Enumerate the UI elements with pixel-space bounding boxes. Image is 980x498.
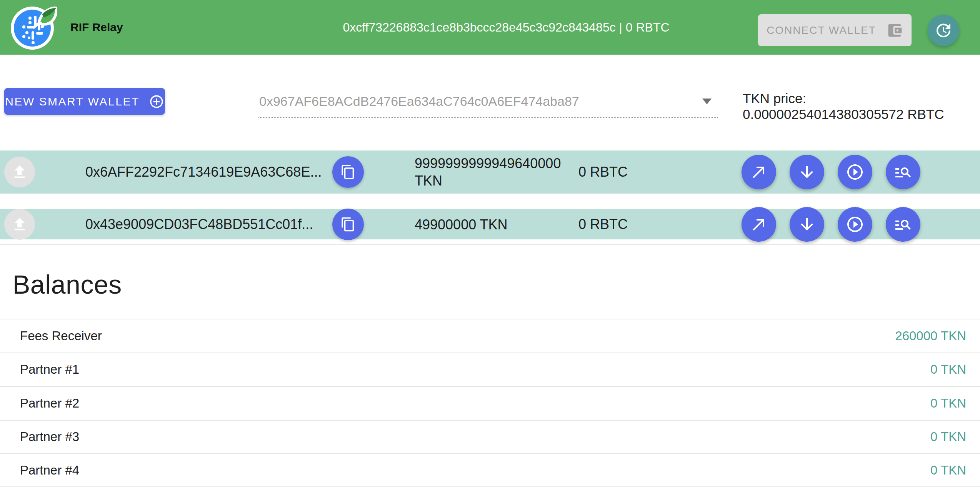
refresh-button[interactable] [928, 15, 959, 46]
rif-relay-app: RIF Relay 0xcff73226883c1ce8b3bccc28e45c… [0, 0, 980, 498]
smart-wallet-address: 0x6AFF2292Fc7134619E9A63C68E... [85, 164, 322, 180]
copy-address-button[interactable] [332, 156, 364, 188]
tkn-price-value: 0.00000254014380305572 RBTC [743, 106, 944, 122]
smart-wallet-select-value: 0x967AF6E8ACdB2476Ea634aC764c0A6EF474aba… [259, 88, 579, 115]
refresh-clock-icon [934, 21, 953, 40]
explore-button[interactable] [886, 155, 920, 189]
call-made-icon [750, 215, 768, 234]
manage-search-icon [894, 163, 912, 181]
tkn-price: TKN price: 0.00000254014380305572 RBTC [743, 90, 944, 122]
arrow-down-icon [798, 215, 816, 234]
balance-value: 0 TKN [930, 362, 966, 377]
table-row: Partner #3 0 TKN [0, 420, 980, 454]
new-smart-wallet-label: NEW SMART WALLET [5, 95, 140, 108]
balance-label: Partner #2 [20, 396, 79, 411]
execute-button[interactable] [838, 207, 872, 242]
section-divider [0, 244, 980, 245]
smart-wallet-address: 0x43e9009CD03FC48BD551Cc01f... [85, 216, 313, 232]
rif-logo [10, 4, 57, 51]
receive-button[interactable] [790, 155, 824, 189]
new-smart-wallet-button[interactable]: NEW SMART WALLET [4, 88, 165, 115]
upload-icon [11, 163, 28, 181]
balance-value: 260000 TKN [895, 329, 966, 343]
balance-value: 0 TKN [930, 396, 966, 411]
connect-wallet-label: CONNECT WALLET [767, 24, 876, 37]
transfer-button[interactable] [742, 155, 776, 189]
balance-label: Partner #3 [20, 429, 79, 444]
transfer-button[interactable] [742, 207, 776, 242]
balance-value: 0 TKN [930, 463, 966, 478]
upload-icon [11, 216, 28, 233]
call-made-icon [750, 163, 768, 181]
table-row: Partner #1 0 TKN [0, 353, 980, 386]
balance-label: Fees Receiver [20, 329, 102, 343]
table-row: Partner #4 0 TKN [0, 453, 980, 487]
tkn-price-label: TKN price: [743, 90, 944, 106]
connect-wallet-button[interactable]: CONNECT WALLET [758, 14, 912, 46]
smart-wallet-token-balance: 49900000 TKN [415, 216, 565, 233]
execute-button[interactable] [838, 155, 872, 189]
play-circle-icon [846, 215, 864, 234]
copy-icon [340, 164, 356, 180]
smart-wallet-row: 0x6AFF2292Fc7134619E9A63C68E... 99999999… [0, 150, 980, 194]
arrow-down-icon [798, 163, 816, 181]
balance-value: 0 TKN [930, 429, 966, 444]
table-row: Partner #2 0 TKN [0, 386, 980, 420]
smart-wallet-row: 0x43e9009CD03FC48BD551Cc01f... 49900000 … [0, 209, 980, 239]
deploy-wallet-button[interactable] [4, 157, 35, 187]
balances-title: Balances [13, 269, 122, 299]
balance-label: Partner #1 [20, 362, 79, 377]
manage-search-icon [894, 215, 912, 234]
explore-button[interactable] [886, 207, 920, 242]
add-circle-icon [149, 94, 164, 109]
app-title: RIF Relay [70, 0, 123, 55]
table-row: Fees Receiver 260000 TKN [0, 319, 980, 353]
receive-button[interactable] [790, 207, 824, 242]
smart-wallet-rbtc-balance: 0 RBTC [578, 164, 628, 180]
smart-wallet-token-balance: 9999999999949640000 TKN [415, 155, 565, 189]
smart-wallet-rbtc-balance: 0 RBTC [578, 216, 628, 232]
wallet-icon [886, 22, 903, 39]
deploy-wallet-button[interactable] [4, 209, 35, 240]
copy-address-button[interactable] [332, 209, 364, 240]
play-circle-icon [846, 163, 864, 181]
balance-label: Partner #4 [20, 463, 79, 478]
header-account-info: 0xcff73226883c1ce8b3bccc28e45c3c92c84348… [343, 0, 669, 55]
chevron-down-icon [702, 99, 712, 104]
smart-wallet-select[interactable]: 0x967AF6E8ACdB2476Ea634aC764c0A6EF474aba… [258, 88, 718, 118]
balances-table: Fees Receiver 260000 TKN Partner #1 0 TK… [0, 319, 980, 487]
copy-icon [340, 217, 356, 232]
app-header: RIF Relay 0xcff73226883c1ce8b3bccc28e45c… [0, 0, 980, 55]
